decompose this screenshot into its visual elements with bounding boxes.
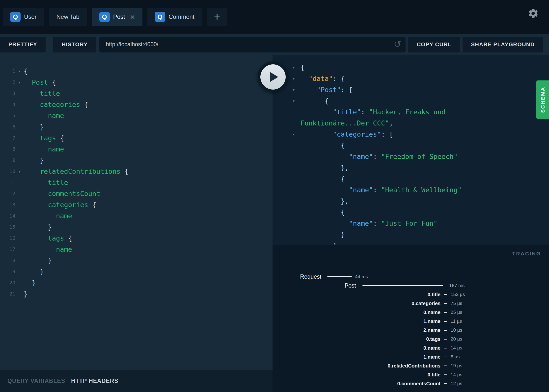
editor-line[interactable]: 20 } <box>0 277 273 288</box>
trace-duration-bar <box>444 339 447 340</box>
response-line: ], <box>273 240 549 245</box>
reload-icon[interactable]: ↺ <box>394 40 401 49</box>
close-tab-icon[interactable]: × <box>130 13 135 21</box>
fold-arrow-icon[interactable]: ▾ <box>292 62 295 73</box>
editor-line[interactable]: 16 tags { <box>0 233 273 244</box>
editor-line[interactable]: 2▾ Post { <box>0 77 273 88</box>
response-viewer[interactable]: ▾{▾ "data": {▾ "Post": [▾ { "title": "Ha… <box>273 55 549 245</box>
fold-arrow-icon[interactable]: ▾ <box>292 129 295 140</box>
trace-label: Post <box>273 282 356 289</box>
settings-gear-icon[interactable] <box>526 6 540 20</box>
editor-line[interactable]: 1▾{ <box>0 66 273 77</box>
response-line: "title": "Hacker, Freaks und <box>273 106 549 118</box>
fold-gutter <box>15 233 24 244</box>
execute-query-button[interactable] <box>258 62 288 92</box>
trace-duration-value: 25 µs <box>451 310 462 315</box>
editor-line[interactable]: 3 title <box>0 88 273 99</box>
editor-line[interactable]: 4 categories { <box>0 99 273 110</box>
editor-line[interactable]: 7 tags { <box>0 132 273 144</box>
tab-label: Comment <box>169 13 194 20</box>
endpoint-url-box: ↺ <box>99 37 406 52</box>
trace-field-label: 1.name <box>273 354 440 360</box>
code-text: categories { <box>24 199 96 210</box>
prettify-button[interactable]: PRETTIFY <box>0 37 46 52</box>
line-number: 4 <box>0 99 15 110</box>
fold-gutter <box>15 288 24 299</box>
fold-arrow-icon[interactable]: ▾ <box>292 73 295 84</box>
line-number: 18 <box>0 255 15 266</box>
fold-arrow-icon[interactable]: ▾ <box>15 66 24 77</box>
code-text: { <box>24 66 28 77</box>
share-playground-button[interactable]: SHARE PLAYGROUND <box>463 37 543 52</box>
fold-gutter <box>15 155 24 166</box>
editor-line[interactable]: 19 } <box>0 266 273 277</box>
trace-duration-bar <box>327 276 352 277</box>
trace-duration-value: 14 µs <box>451 345 462 351</box>
tab-comment[interactable]: QComment <box>147 8 202 26</box>
fold-arrow-icon[interactable]: ▾ <box>15 77 24 88</box>
line-number: 6 <box>0 121 15 132</box>
code-text: } <box>24 277 36 288</box>
schema-tab[interactable]: SCHEMA <box>536 80 549 119</box>
trace-field-label: 0.relatedContributions <box>273 363 440 369</box>
code-text: } <box>24 255 52 266</box>
tab-label: User <box>24 13 37 20</box>
fold-gutter <box>15 199 24 210</box>
trace-row: 0.tags20 µs <box>273 335 549 343</box>
trace-duration-bar <box>444 383 447 384</box>
code-text: } <box>24 121 44 132</box>
tab-user[interactable]: QUser <box>3 8 44 26</box>
http-headers-tab[interactable]: HTTP HEADERS <box>71 378 118 384</box>
response-line: "name": "Freedom of Speech" <box>273 151 549 162</box>
query-editor[interactable]: 1▾{2▾ Post {3 title4 categories {5 name6… <box>0 55 273 392</box>
trace-field-label: 0.title <box>273 292 440 297</box>
tracing-panel[interactable]: TRACING Request 44 ms Post 167 ms 0.titl… <box>273 245 549 392</box>
new-tab-button[interactable]: + <box>207 8 227 26</box>
editor-line[interactable]: 12 commentsCount <box>0 188 273 199</box>
endpoint-input[interactable] <box>99 41 406 48</box>
fold-arrow-icon[interactable]: ▾ <box>292 84 295 95</box>
trace-row: 0.title14 µs <box>273 370 549 379</box>
editor-line[interactable]: 17 name <box>0 244 273 255</box>
editor-line[interactable]: 10▾ relatedContributions { <box>0 166 273 177</box>
code-text: tags { <box>24 132 64 144</box>
editor-line[interactable]: 15 } <box>0 221 273 233</box>
fold-arrow-icon[interactable]: ▾ <box>15 166 24 177</box>
trace-rows: Request 44 ms Post 167 ms 0.title153 µs0… <box>273 272 549 388</box>
response-line: }, <box>273 196 549 207</box>
fold-gutter <box>15 221 24 233</box>
fold-gutter <box>15 244 24 255</box>
tab-label: Post <box>113 13 125 20</box>
line-number: 8 <box>0 144 15 155</box>
tab-new-tab[interactable]: New Tab <box>49 8 87 26</box>
copy-curl-button[interactable]: COPY CURL <box>408 37 460 52</box>
response-line: }, <box>273 162 549 173</box>
editor-line[interactable]: 5 name <box>0 110 273 121</box>
code-text: } <box>24 221 52 233</box>
code-text: Post { <box>24 77 56 88</box>
query-variables-tab[interactable]: QUERY VARIABLES <box>7 378 65 384</box>
editor-line[interactable]: 8 name <box>0 144 273 155</box>
editor-line[interactable]: 14 name <box>0 210 273 221</box>
fold-arrow-icon[interactable]: ▾ <box>292 95 295 106</box>
editor-line[interactable]: 18 } <box>0 255 273 266</box>
query-badge-icon: Q <box>99 12 110 22</box>
editor-line[interactable]: 9 } <box>0 155 273 166</box>
editor-line[interactable]: 11 title <box>0 177 273 188</box>
editor-line[interactable]: 6 } <box>0 121 273 132</box>
line-number: 11 <box>0 177 15 188</box>
line-number: 14 <box>0 210 15 221</box>
trace-duration-value: 10 µs <box>451 327 462 333</box>
trace-duration-bar <box>444 294 447 295</box>
editor-line[interactable]: 21} <box>0 288 273 299</box>
response-line: ▾{ <box>273 62 549 73</box>
history-button[interactable]: HISTORY <box>53 37 96 52</box>
trace-duration-bar <box>444 357 447 357</box>
trace-field-label: 1.name <box>273 318 440 324</box>
trace-row: 0.categories75 µs <box>273 299 549 308</box>
trace-field-label: 0.name <box>273 310 440 315</box>
play-icon <box>270 72 278 82</box>
editor-line[interactable]: 13 categories { <box>0 199 273 210</box>
tab-post[interactable]: QPost× <box>92 8 142 26</box>
tab-bar: QUserNew TabQPost×QComment + <box>0 0 549 34</box>
